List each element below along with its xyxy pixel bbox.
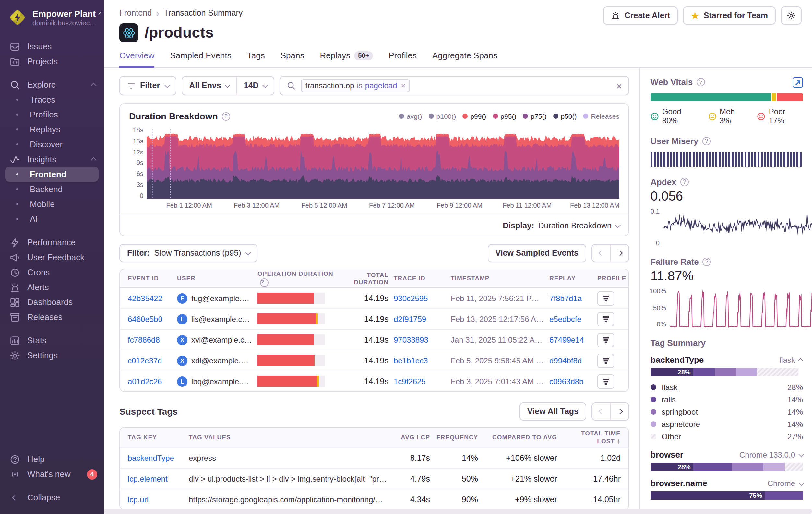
- col-total-time-lost[interactable]: Total Time Lost↓: [563, 430, 621, 444]
- open-vitals-icon[interactable]: [792, 77, 803, 88]
- sidebar-item-frontend[interactable]: Frontend: [5, 167, 98, 182]
- clear-search-icon[interactable]: ×: [616, 80, 622, 91]
- event-id-link[interactable]: a01d2c26: [128, 377, 172, 386]
- tag-bar-segment[interactable]: [731, 463, 763, 471]
- help-icon[interactable]: ?: [702, 137, 710, 145]
- view-all-tags-button[interactable]: View All Tags: [520, 402, 586, 421]
- sidebar-item-help[interactable]: Help: [0, 452, 104, 467]
- sidebar-item-performance[interactable]: Performance: [0, 235, 104, 250]
- help-icon[interactable]: ?: [222, 112, 230, 120]
- tag-distribution-bar[interactable]: 75%: [650, 491, 803, 500]
- tab-replays[interactable]: Replays50+: [320, 51, 373, 68]
- help-icon[interactable]: ?: [260, 278, 268, 287]
- previous-page-button[interactable]: [592, 245, 610, 262]
- tag-group-selector[interactable]: Chrome 133.0.0: [740, 450, 803, 459]
- tab-tags[interactable]: Tags: [247, 51, 265, 68]
- tag-bar-segment[interactable]: [715, 368, 736, 376]
- sidebar-group-insights[interactable]: Insights: [0, 152, 104, 167]
- trace-id-link[interactable]: be1b1ec3: [394, 356, 445, 365]
- tag-legend-row[interactable]: aspnetcore14%: [650, 418, 803, 430]
- trace-id-link[interactable]: 1c9f2625: [394, 377, 445, 386]
- tag-distribution-bar[interactable]: 28%: [650, 368, 803, 376]
- help-icon[interactable]: ?: [697, 78, 705, 86]
- trace-id-link[interactable]: d2f91759: [394, 315, 445, 324]
- col-trace-id[interactable]: Trace ID: [394, 274, 445, 282]
- sidebar-item-replays[interactable]: Replays: [0, 122, 104, 137]
- tag-bar-segment[interactable]: 28%: [650, 463, 693, 471]
- profile-button[interactable]: [597, 312, 614, 326]
- col-user[interactable]: User: [177, 274, 252, 282]
- event-id-link[interactable]: c012e37d: [128, 356, 172, 365]
- tag-group-selector[interactable]: Chrome: [767, 479, 803, 488]
- replay-link[interactable]: 67499e14: [549, 335, 592, 344]
- filter-button[interactable]: Filter: [119, 76, 176, 96]
- tag-group-selector[interactable]: flask: [779, 355, 803, 364]
- tag-bar-segment[interactable]: [693, 463, 732, 471]
- legend-item-p75[interactable]: p75(): [523, 112, 546, 120]
- tag-bar-segment[interactable]: [693, 368, 715, 376]
- sidebar-item-issues[interactable]: Issues: [0, 39, 104, 54]
- tag-legend-row[interactable]: rails14%: [650, 393, 803, 406]
- col-frequency[interactable]: Frequency: [436, 434, 478, 441]
- legend-item-p100[interactable]: p100(): [429, 112, 456, 120]
- sidebar-collapse-button[interactable]: Collapse: [0, 490, 104, 505]
- profile-button[interactable]: [597, 291, 614, 305]
- tag-bar-segment[interactable]: [763, 463, 785, 471]
- legend-item-releases[interactable]: Releases: [583, 112, 619, 120]
- profile-button[interactable]: [597, 353, 614, 368]
- sidebar-item-dashboards[interactable]: Dashboards: [0, 295, 104, 309]
- col-compared-to-avg[interactable]: Compared To Avg: [485, 434, 557, 441]
- duration-chart-canvas[interactable]: [147, 127, 619, 198]
- help-icon[interactable]: ?: [680, 178, 689, 186]
- transactions-filter-dropdown[interactable]: Filter: Slow Transactions (p95): [119, 244, 258, 262]
- display-dropdown[interactable]: Display: Duration Breakdown: [120, 215, 629, 236]
- replay-link[interactable]: e5edbcfe: [549, 315, 592, 324]
- sidebar-item-whats-new[interactable]: What's new 4: [0, 467, 104, 482]
- sidebar-group-explore[interactable]: Explore: [0, 77, 104, 92]
- search-token[interactable]: transaction.op is pageload ×: [301, 79, 410, 92]
- replay-link[interactable]: c0963d8b: [549, 377, 592, 386]
- event-id-link[interactable]: fc7886d8: [128, 335, 172, 344]
- tag-bar-segment[interactable]: [757, 368, 799, 376]
- tag-distribution-bar[interactable]: 28%: [650, 463, 803, 471]
- col-tag-key[interactable]: Tag Key: [128, 434, 182, 441]
- trace-id-link[interactable]: 930c2595: [394, 294, 445, 303]
- tag-key-link[interactable]: backendType: [128, 453, 182, 462]
- tag-legend-row[interactable]: flask28%: [650, 381, 803, 393]
- col-tag-values[interactable]: Tag Values: [189, 434, 387, 441]
- event-id-link[interactable]: 6460e5b0: [128, 315, 172, 324]
- profile-button[interactable]: [597, 374, 614, 388]
- tab-sampled-events[interactable]: Sampled Events: [170, 51, 231, 68]
- sidebar-item-user-feedback[interactable]: User Feedback: [0, 250, 104, 265]
- horizontal-scrollbar[interactable]: [104, 509, 812, 514]
- token-remove-icon[interactable]: ×: [400, 81, 406, 90]
- legend-item-p50[interactable]: p50(): [553, 112, 577, 120]
- view-sampled-events-button[interactable]: View Sampled Events: [487, 244, 586, 262]
- tag-bar-segment[interactable]: 28%: [650, 368, 693, 376]
- col-avg-lcp[interactable]: Avg LCP: [394, 434, 430, 441]
- sidebar-item-projects[interactable]: Projects: [0, 54, 104, 69]
- sidebar-item-discover[interactable]: Discover: [0, 137, 104, 152]
- replay-link[interactable]: 7f8b7d1a: [549, 294, 592, 303]
- sidebar-item-crons[interactable]: Crons: [0, 265, 104, 280]
- legend-item-p95[interactable]: p95(): [493, 112, 516, 120]
- sidebar-item-alerts[interactable]: Alerts: [0, 280, 104, 295]
- breadcrumb-frontend[interactable]: Frontend: [119, 8, 152, 18]
- create-alert-button[interactable]: Create Alert: [603, 6, 678, 25]
- tab-spans[interactable]: Spans: [281, 51, 304, 68]
- starred-for-team-button[interactable]: ★ Starred for Team: [683, 6, 776, 25]
- period-selector[interactable]: 14D: [237, 77, 274, 95]
- tag-bar-segment[interactable]: [736, 368, 757, 376]
- tab-overview[interactable]: Overview: [119, 51, 154, 68]
- tag-legend-row[interactable]: springboot14%: [650, 406, 803, 418]
- tag-bar-segment[interactable]: [785, 463, 803, 471]
- search-input[interactable]: transaction.op is pageload × ×: [280, 76, 629, 96]
- replay-link[interactable]: d994bf8d: [549, 356, 592, 365]
- sidebar-item-stats[interactable]: Stats: [0, 333, 104, 348]
- env-selector[interactable]: All Envs: [182, 77, 236, 95]
- tab-aggregate-spans[interactable]: Aggregate Spans: [432, 51, 497, 68]
- tag-key-link[interactable]: lcp.url: [128, 495, 182, 504]
- legend-item-p99[interactable]: p99(): [462, 112, 486, 120]
- sidebar-item-traces[interactable]: Traces: [0, 92, 104, 107]
- transaction-settings-button[interactable]: [781, 6, 802, 25]
